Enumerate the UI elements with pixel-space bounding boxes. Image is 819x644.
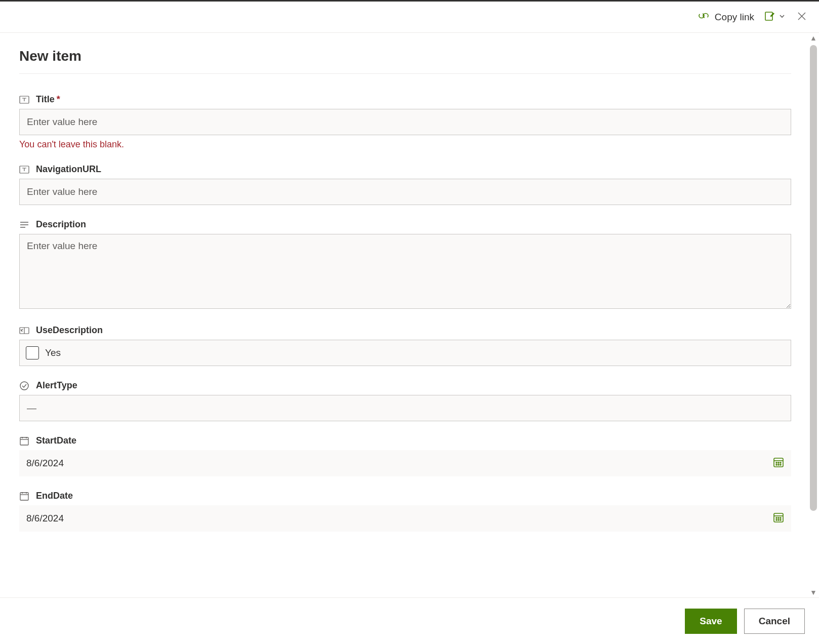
field-use-description: UseDescription Yes [19, 325, 791, 366]
field-label-row: NavigationURL [19, 164, 791, 175]
scroll-thumb[interactable] [810, 45, 817, 511]
multiline-text-icon [19, 220, 29, 230]
copy-link-label: Copy link [715, 12, 754, 23]
text-field-icon [19, 95, 29, 105]
title-error-text: You can't leave this blank. [19, 139, 791, 150]
field-label-row: EndDate [19, 491, 791, 501]
svg-rect-7 [20, 437, 28, 445]
text-field-icon [19, 165, 29, 175]
start-date-input[interactable]: 8/6/2024 [19, 450, 791, 476]
link-icon [698, 10, 710, 24]
start-date-value: 8/6/2024 [26, 458, 64, 469]
svg-point-20 [776, 519, 777, 520]
svg-point-17 [776, 517, 777, 518]
scroll-up-arrow-icon[interactable]: ▲ [810, 33, 817, 43]
field-label-row: StartDate [19, 435, 791, 446]
svg-point-14 [780, 464, 781, 465]
field-alert-type: AlertType — [19, 380, 791, 421]
alert-type-value: — [27, 402, 36, 414]
calendar-icon[interactable] [773, 512, 784, 526]
svg-point-21 [778, 519, 779, 520]
required-mark: * [57, 94, 60, 104]
calendar-icon[interactable] [773, 457, 784, 470]
scroll-down-arrow-icon[interactable]: ▼ [810, 587, 817, 597]
alert-type-label: AlertType [36, 380, 77, 391]
choice-icon [19, 381, 29, 391]
field-start-date: StartDate 8/6/2024 [19, 435, 791, 476]
field-title: Title* You can't leave this blank. [19, 94, 791, 150]
field-label-row: Title* [19, 94, 791, 105]
form-content: New item Title* You can't leave this bla… [0, 33, 819, 597]
edit-form-dropdown[interactable] [763, 10, 786, 24]
field-label-row: AlertType [19, 380, 791, 391]
date-icon [19, 491, 29, 501]
navigation-url-input[interactable] [19, 179, 791, 205]
svg-rect-15 [20, 493, 28, 500]
start-date-label: StartDate [36, 435, 76, 446]
scrollbar[interactable]: ▲ ▼ [808, 33, 819, 597]
date-icon [19, 436, 29, 446]
svg-point-10 [778, 462, 779, 463]
field-navigation-url: NavigationURL [19, 164, 791, 205]
svg-point-6 [20, 382, 28, 390]
svg-point-18 [778, 517, 779, 518]
field-end-date: EndDate 8/6/2024 [19, 491, 791, 532]
description-input[interactable] [19, 234, 791, 309]
cancel-button[interactable]: Cancel [744, 609, 805, 634]
title-label: Title* [36, 94, 60, 105]
use-description-checkbox-row[interactable]: Yes [19, 340, 791, 366]
svg-point-19 [780, 517, 781, 518]
use-description-label: UseDescription [36, 325, 103, 336]
yesno-icon [19, 326, 29, 336]
close-icon [797, 14, 807, 23]
use-description-checkbox[interactable] [26, 346, 39, 359]
chevron-down-icon [779, 13, 786, 21]
use-description-option-label: Yes [45, 347, 61, 358]
svg-point-22 [780, 519, 781, 520]
copy-link-button[interactable]: Copy link [698, 10, 754, 24]
field-description: Description [19, 219, 791, 311]
description-label: Description [36, 219, 86, 230]
end-date-value: 8/6/2024 [26, 513, 64, 524]
panel-footer: Save Cancel [0, 597, 819, 644]
svg-point-12 [776, 464, 777, 465]
save-button[interactable]: Save [685, 609, 736, 634]
edit-form-icon [763, 10, 775, 24]
svg-point-13 [778, 464, 779, 465]
panel-header: Copy link [0, 2, 819, 33]
page-title: New item [19, 48, 791, 64]
close-button[interactable] [795, 9, 809, 25]
field-label-row: Description [19, 219, 791, 230]
title-input[interactable] [19, 109, 791, 135]
title-divider [19, 73, 791, 74]
alert-type-select[interactable]: — [19, 395, 791, 421]
field-label-row: UseDescription [19, 325, 791, 336]
svg-point-9 [776, 462, 777, 463]
navigation-url-label: NavigationURL [36, 164, 101, 175]
end-date-input[interactable]: 8/6/2024 [19, 505, 791, 532]
end-date-label: EndDate [36, 491, 73, 501]
svg-point-11 [780, 462, 781, 463]
